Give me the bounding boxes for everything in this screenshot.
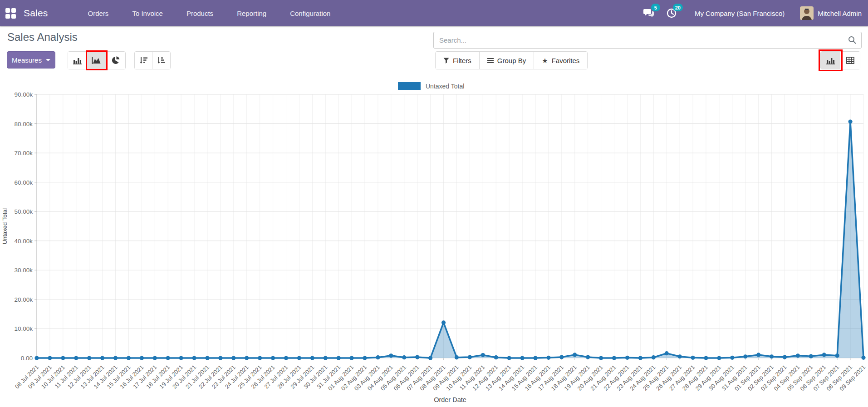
page-title: Sales Analysis bbox=[7, 31, 78, 44]
data-point[interactable] bbox=[34, 356, 39, 360]
data-point[interactable] bbox=[494, 355, 498, 359]
data-point[interactable] bbox=[573, 353, 577, 357]
data-point[interactable] bbox=[324, 356, 328, 360]
data-point[interactable] bbox=[258, 356, 262, 360]
menu-reporting[interactable]: Reporting bbox=[225, 0, 278, 26]
data-point[interactable] bbox=[153, 356, 157, 360]
data-point[interactable] bbox=[612, 356, 616, 360]
data-point[interactable] bbox=[127, 356, 131, 360]
data-point[interactable] bbox=[770, 354, 774, 358]
data-point[interactable] bbox=[652, 355, 656, 359]
data-point[interactable] bbox=[349, 356, 353, 360]
data-point[interactable] bbox=[166, 356, 170, 360]
data-point[interactable] bbox=[205, 356, 209, 360]
search-icon[interactable] bbox=[848, 36, 856, 44]
menu-orders[interactable]: Orders bbox=[76, 0, 121, 26]
data-point[interactable] bbox=[468, 355, 472, 359]
pie-chart-type-button[interactable] bbox=[106, 52, 125, 69]
y-axis-title: Untaxed Total bbox=[1, 208, 8, 244]
menu-configuration[interactable]: Configuration bbox=[278, 0, 342, 26]
y-tick-label: 10.00k bbox=[14, 325, 33, 332]
data-point[interactable] bbox=[783, 355, 787, 359]
search-input[interactable] bbox=[433, 32, 862, 49]
chart-type-group bbox=[68, 51, 126, 69]
data-point[interactable] bbox=[415, 355, 419, 359]
data-point[interactable] bbox=[599, 356, 603, 360]
data-point[interactable] bbox=[376, 355, 380, 359]
data-point[interactable] bbox=[743, 354, 747, 358]
data-point[interactable] bbox=[691, 356, 695, 360]
data-point[interactable] bbox=[363, 356, 367, 360]
data-point[interactable] bbox=[297, 356, 301, 360]
data-point[interactable] bbox=[717, 356, 721, 360]
data-point[interactable] bbox=[625, 356, 629, 360]
navbar-right: 5 20 My Company (San Francisco) Mitchell… bbox=[641, 0, 868, 26]
data-point[interactable] bbox=[861, 356, 865, 360]
data-point[interactable] bbox=[140, 356, 144, 360]
sort-asc-button[interactable] bbox=[152, 52, 170, 69]
user-avatar[interactable] bbox=[800, 6, 814, 20]
data-point[interactable] bbox=[428, 356, 432, 360]
data-point[interactable] bbox=[455, 355, 459, 359]
data-point[interactable] bbox=[809, 354, 813, 358]
app-name[interactable]: Sales bbox=[24, 8, 48, 19]
sales-analysis-line-chart: 0.0010.00k20.00k30.00k40.00k50.00k60.00k… bbox=[0, 68, 868, 407]
filters-button[interactable]: Filters bbox=[436, 52, 480, 69]
data-point[interactable] bbox=[822, 353, 826, 357]
data-point[interactable] bbox=[704, 356, 708, 360]
caret-down-icon bbox=[46, 59, 50, 61]
data-point[interactable] bbox=[218, 356, 222, 360]
pivot-view-button[interactable] bbox=[840, 52, 860, 69]
data-point[interactable] bbox=[113, 356, 118, 360]
data-point[interactable] bbox=[61, 356, 65, 360]
apps-menu-button[interactable] bbox=[0, 0, 21, 26]
data-point[interactable] bbox=[402, 355, 406, 359]
data-point[interactable] bbox=[310, 356, 314, 360]
data-point[interactable] bbox=[678, 354, 682, 358]
line-chart-type-button[interactable] bbox=[87, 52, 106, 69]
data-point[interactable] bbox=[284, 356, 288, 360]
data-point[interactable] bbox=[192, 356, 196, 360]
data-point[interactable] bbox=[389, 353, 393, 358]
measures-button[interactable]: Measures bbox=[7, 51, 55, 69]
data-point[interactable] bbox=[231, 356, 235, 360]
data-point[interactable] bbox=[665, 351, 669, 355]
data-point[interactable] bbox=[835, 353, 839, 358]
data-point[interactable] bbox=[559, 355, 564, 359]
data-point[interactable] bbox=[848, 119, 852, 123]
data-point[interactable] bbox=[533, 356, 537, 360]
data-point[interactable] bbox=[74, 356, 78, 360]
data-point[interactable] bbox=[507, 356, 511, 360]
data-point[interactable] bbox=[245, 356, 249, 360]
data-point[interactable] bbox=[337, 356, 341, 360]
data-point[interactable] bbox=[441, 320, 446, 324]
sort-desc-button[interactable] bbox=[135, 52, 152, 69]
company-switcher[interactable]: My Company (San Francisco) bbox=[695, 10, 785, 17]
data-point[interactable] bbox=[756, 353, 760, 357]
activities-button[interactable]: 20 bbox=[664, 5, 679, 21]
data-point[interactable] bbox=[546, 356, 550, 360]
menu-products[interactable]: Products bbox=[175, 0, 225, 26]
messages-button[interactable]: 5 bbox=[641, 5, 657, 21]
data-point[interactable] bbox=[87, 356, 91, 360]
data-point[interactable] bbox=[481, 353, 485, 357]
data-point[interactable] bbox=[179, 356, 183, 360]
data-point[interactable] bbox=[520, 356, 524, 360]
star-icon: ★ bbox=[542, 57, 548, 64]
graph-view-button[interactable] bbox=[821, 52, 840, 69]
menu-to-invoice[interactable]: To Invoice bbox=[120, 0, 175, 26]
data-point[interactable] bbox=[586, 355, 590, 359]
data-point[interactable] bbox=[730, 356, 734, 360]
sort-amount-desc-icon bbox=[139, 57, 148, 64]
data-point[interactable] bbox=[100, 356, 104, 360]
data-point[interactable] bbox=[48, 356, 52, 360]
data-point[interactable] bbox=[638, 356, 642, 360]
user-name[interactable]: Mitchell Admin bbox=[818, 10, 862, 17]
bar-chart-type-button[interactable] bbox=[68, 52, 87, 69]
filters-label: Filters bbox=[453, 57, 471, 64]
data-point[interactable] bbox=[271, 356, 275, 360]
data-point[interactable] bbox=[796, 353, 800, 358]
messages-badge: 5 bbox=[651, 4, 660, 11]
group-by-button[interactable]: Group By bbox=[480, 52, 534, 69]
favorites-button[interactable]: ★ Favorites bbox=[534, 52, 587, 69]
